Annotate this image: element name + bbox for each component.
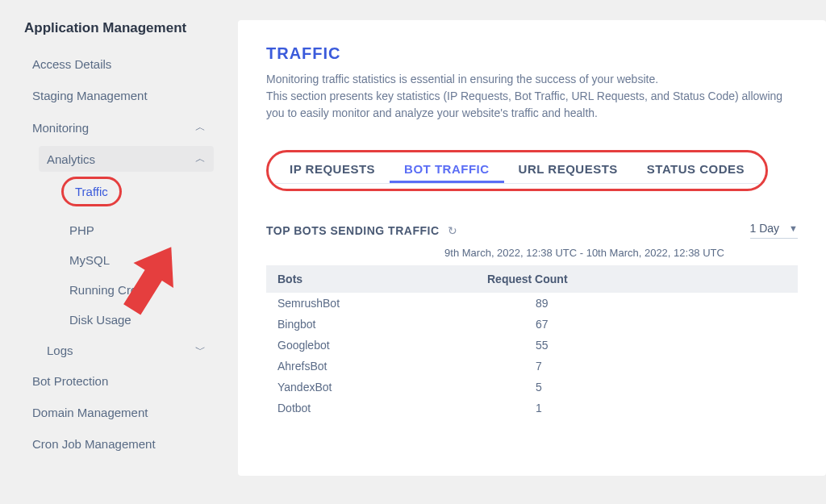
cell-bot: Dotbot: [277, 402, 487, 414]
table-row: AhrefsBot7: [266, 356, 798, 377]
sidebar-item-disk-usage[interactable]: Disk Usage: [61, 307, 214, 332]
chevron-down-icon: ﹀: [195, 343, 206, 357]
table-row: YandexBot5: [266, 377, 798, 398]
date-range: 9th March, 2022, 12:38 UTC - 10th March,…: [266, 247, 798, 259]
page-title: TRAFFIC: [266, 44, 798, 63]
sidebar-item-label: Staging Management: [32, 89, 148, 102]
period-dropdown[interactable]: 1 Day ▼: [750, 222, 798, 239]
cell-bot: AhrefsBot: [277, 360, 487, 373]
chevron-up-icon: ︿: [195, 152, 206, 166]
main-panel: TRAFFIC Monitoring traffic statistics is…: [238, 20, 826, 476]
sidebar-item-cron-job-management[interactable]: Cron Job Management: [24, 431, 214, 457]
sidebar-item-logs[interactable]: Logs ﹀: [39, 337, 214, 363]
tab-bot-traffic[interactable]: BOT TRAFFIC: [390, 157, 503, 183]
cell-count: 55: [487, 339, 786, 352]
col-bots: Bots: [277, 273, 487, 285]
tabs-highlight-ring: IP REQUESTS BOT TRAFFIC URL REQUESTS STA…: [266, 150, 768, 191]
cell-bot: SemrushBot: [277, 297, 487, 310]
table-row: Googlebot55: [266, 335, 798, 356]
desc-line-1: Monitoring traffic statistics is essenti…: [266, 73, 658, 85]
cell-bot: Googlebot: [277, 339, 487, 352]
tab-status-codes[interactable]: STATUS CODES: [632, 157, 759, 183]
table-row: Dotbot1: [266, 398, 798, 419]
sidebar-item-label: MySQL: [69, 253, 110, 267]
chevron-up-icon: ︿: [195, 120, 206, 135]
sidebar-item-label: Domain Management: [32, 406, 148, 419]
sidebar-item-staging-management[interactable]: Staging Management: [24, 82, 214, 109]
sidebar-item-running-crons[interactable]: Running Crons: [61, 277, 214, 302]
sidebar-item-traffic[interactable]: Traffic: [61, 177, 122, 206]
sidebar-item-mysql[interactable]: MySQL: [61, 248, 214, 273]
page-description: Monitoring traffic statistics is essenti…: [266, 71, 798, 122]
refresh-icon[interactable]: ↻: [448, 224, 457, 237]
sidebar-item-bot-protection[interactable]: Bot Protection: [24, 368, 214, 394]
sidebar-item-label: Disk Usage: [69, 313, 131, 327]
cell-count: 1: [487, 402, 786, 414]
sidebar: Application Management Access Details St…: [24, 20, 214, 504]
section-title: TOP BOTS SENDING TRAFFIC: [266, 224, 440, 237]
table-header: Bots Request Count: [266, 265, 798, 293]
sidebar-item-label: Cron Job Management: [32, 437, 156, 451]
sidebar-item-monitoring[interactable]: Monitoring ︿: [24, 114, 214, 141]
sidebar-item-php[interactable]: PHP: [61, 218, 214, 243]
table-row: SemrushBot89: [266, 293, 798, 314]
tab-ip-requests[interactable]: IP REQUESTS: [275, 157, 390, 183]
cell-bot: Bingbot: [277, 318, 487, 331]
table-row: Bingbot67: [266, 314, 798, 335]
period-label: 1 Day: [750, 222, 780, 235]
sidebar-item-label: Monitoring: [32, 121, 89, 135]
tab-url-requests[interactable]: URL REQUESTS: [504, 157, 632, 183]
sidebar-item-label: PHP: [69, 223, 94, 237]
cell-count: 7: [487, 360, 786, 373]
sidebar-item-label: Running Crons: [69, 283, 150, 297]
caret-down-icon: ▼: [789, 223, 798, 233]
sidebar-item-analytics[interactable]: Analytics ︿: [39, 146, 214, 172]
sidebar-title: Application Management: [24, 20, 214, 36]
sidebar-item-label: Logs: [47, 344, 73, 357]
cell-count: 5: [487, 381, 786, 394]
sidebar-item-access-details[interactable]: Access Details: [24, 51, 214, 77]
desc-line-2: This section presents key statistics (IP…: [266, 90, 782, 119]
cell-count: 67: [487, 318, 786, 331]
cell-bot: YandexBot: [277, 381, 487, 394]
sidebar-item-label: Bot Protection: [32, 374, 108, 388]
col-request-count: Request Count: [487, 273, 786, 285]
tabs: IP REQUESTS BOT TRAFFIC URL REQUESTS STA…: [275, 157, 759, 184]
sidebar-item-label: Analytics: [47, 152, 95, 166]
sidebar-item-domain-management[interactable]: Domain Management: [24, 399, 214, 426]
sidebar-item-label: Access Details: [32, 57, 111, 71]
sidebar-item-label: Traffic: [75, 185, 108, 198]
cell-count: 89: [487, 297, 786, 310]
table-body: SemrushBot89Bingbot67Googlebot55AhrefsBo…: [266, 293, 798, 419]
